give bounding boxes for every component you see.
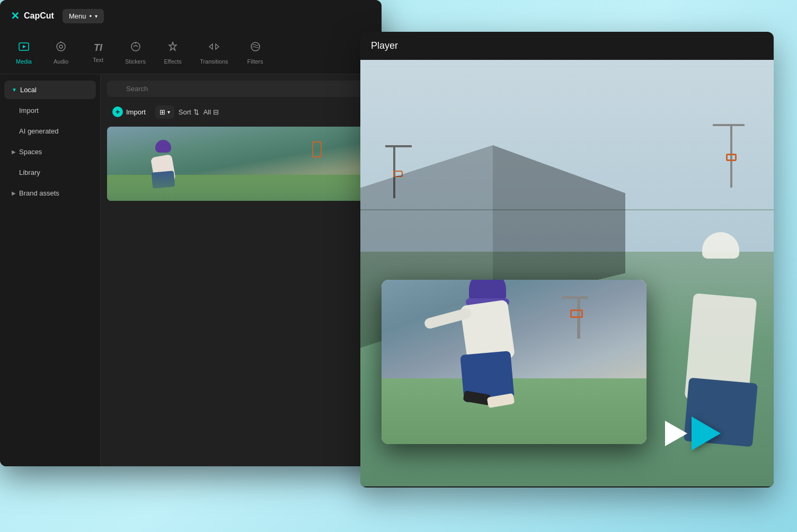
chevron-icon: ▾ xyxy=(167,109,170,115)
import-button[interactable]: + Import xyxy=(107,103,151,120)
media-thumbnail[interactable] xyxy=(107,127,375,201)
play-cursor xyxy=(692,416,721,450)
svg-point-7 xyxy=(251,42,260,51)
transitions-label: Transitions xyxy=(200,58,228,65)
tool-effects[interactable]: Effects xyxy=(154,36,191,70)
chevron-down-icon: ▾ xyxy=(95,13,98,19)
menu-dot: • xyxy=(89,12,92,20)
audio-label: Audio xyxy=(54,58,68,65)
sidebar-label-import: Import xyxy=(19,107,39,114)
bg-court xyxy=(360,60,774,486)
sidebar-label-library: Library xyxy=(19,169,40,176)
player-title: Player xyxy=(371,40,398,51)
search-input[interactable] xyxy=(107,81,375,97)
audio-icon xyxy=(55,41,67,55)
arrow-right-icon2: ▶ xyxy=(12,190,16,196)
import-label: Import xyxy=(126,108,146,116)
tool-filters[interactable]: Filters xyxy=(237,36,274,70)
sort-label: Sort xyxy=(179,108,191,116)
content-area: ▼ Local Import AI generated ▶ Spaces Lib… xyxy=(0,74,382,466)
text-icon: TI xyxy=(94,42,102,54)
svg-marker-1 xyxy=(23,45,26,48)
sidebar-label-spaces: Spaces xyxy=(19,148,42,156)
sidebar-item-brand-assets[interactable]: ▶ Brand assets xyxy=(4,184,96,202)
plus-icon: + xyxy=(112,107,123,117)
text-label: Text xyxy=(93,57,103,63)
media-label: Media xyxy=(16,58,32,65)
filters-label: Filters xyxy=(247,58,263,65)
logo-icon: ✕ xyxy=(11,10,20,22)
player-content xyxy=(360,60,774,486)
sidebar-item-ai-generated[interactable]: AI generated xyxy=(4,122,96,140)
filters-icon xyxy=(250,41,261,55)
menu-label: Menu xyxy=(69,12,86,20)
filter-all-button[interactable]: All ⊟ xyxy=(203,108,219,116)
player-header: Player xyxy=(360,32,774,60)
svg-point-3 xyxy=(59,45,63,48)
tool-stickers[interactable]: Stickers xyxy=(117,36,154,70)
arrow-right-icon: ▶ xyxy=(12,149,16,155)
sidebar: ▼ Local Import AI generated ▶ Spaces Lib… xyxy=(0,74,101,466)
sort-button[interactable]: Sort ⇅ xyxy=(179,108,199,116)
effects-icon xyxy=(167,41,179,55)
sidebar-item-spaces[interactable]: ▶ Spaces xyxy=(4,143,96,161)
grid-icon: ⊞ xyxy=(160,108,165,116)
media-panel: 🔍 + Import ⊞ ▾ Sort ⇅ All xyxy=(101,74,382,466)
app-window: ✕ CapCut Menu • ▾ Media xyxy=(0,0,382,466)
tool-transitions[interactable]: Transitions xyxy=(191,36,236,70)
stickers-label: Stickers xyxy=(125,58,146,65)
arrow-down-icon: ▼ xyxy=(12,87,17,93)
sidebar-label-ai: AI generated xyxy=(19,127,58,135)
logo-text: CapCut xyxy=(24,11,54,21)
app-header: ✕ CapCut Menu • ▾ xyxy=(0,0,382,32)
tool-media[interactable]: Media xyxy=(5,36,42,70)
all-label: All xyxy=(203,108,211,116)
svg-point-2 xyxy=(57,42,65,51)
effects-label: Effects xyxy=(164,58,181,65)
tool-text[interactable]: TI Text xyxy=(79,37,117,68)
search-wrapper: 🔍 xyxy=(107,81,375,97)
sidebar-item-library[interactable]: Library xyxy=(4,163,96,182)
view-toggle-button[interactable]: ⊞ ▾ xyxy=(155,105,174,119)
sidebar-item-import[interactable]: Import xyxy=(4,101,96,120)
media-icon xyxy=(18,41,30,55)
toolbar: Media Audio TI Text xyxy=(0,32,382,74)
transitions-icon xyxy=(208,41,220,55)
tool-audio[interactable]: Audio xyxy=(42,36,79,70)
sort-icon: ⇅ xyxy=(193,108,199,116)
sidebar-item-local[interactable]: ▼ Local xyxy=(4,81,96,99)
logo: ✕ CapCut xyxy=(11,10,54,22)
menu-button[interactable]: Menu • ▾ xyxy=(63,9,104,23)
player-window: Player xyxy=(360,32,774,487)
filter-icon: ⊟ xyxy=(213,108,219,116)
sidebar-label-brand-assets: Brand assets xyxy=(19,189,59,197)
sidebar-label-local: Local xyxy=(20,86,37,94)
zoom-preview-card xyxy=(382,280,647,444)
media-toolbar: + Import ⊞ ▾ Sort ⇅ All ⊟ xyxy=(107,103,375,120)
stickers-icon xyxy=(130,41,141,55)
